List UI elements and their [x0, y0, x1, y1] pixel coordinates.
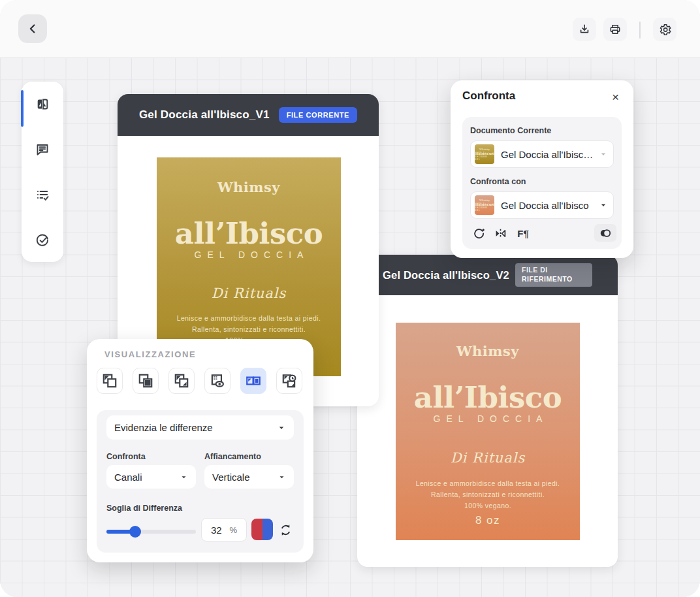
document-v2-header: Gel Doccia all'Ibisco_V2 FILE DI RIFERIM…: [357, 255, 618, 295]
compare-with-label: Confronta con: [470, 177, 526, 186]
download-button[interactable]: [573, 18, 596, 41]
layout-mode-value: Verticale: [212, 472, 250, 483]
label-signature: Di Rituals: [157, 285, 341, 301]
threshold-label: Soglia di Differenza: [106, 504, 182, 513]
label-category: GEL DOCCIA: [157, 250, 341, 260]
chevron-down-icon: [599, 201, 608, 210]
highlight-mode-dropdown[interactable]: Evidenzia le differenze: [106, 415, 294, 440]
view-mode-pixel-diff[interactable]: [204, 368, 231, 394]
compare-with-value: Gel Doccia all'Ibisco: [501, 200, 594, 211]
diff-color-blue: [262, 519, 274, 540]
label-category: GEL DOCCIA: [396, 413, 580, 424]
document-card-v2: Gel Doccia all'Ibisco_V2 FILE DI RIFERIM…: [357, 255, 618, 567]
threshold-unit: %: [229, 525, 237, 535]
overlay-circles-icon: [598, 226, 612, 240]
diff-color-swatch[interactable]: [251, 519, 273, 540]
compare-with-dropdown[interactable]: Whimsy Hibiscus SHOWER GEL Gel Doccia al…: [470, 191, 614, 219]
refresh-icon: [278, 523, 293, 538]
sidebar-item-comments[interactable]: [35, 142, 50, 157]
threshold-value-box[interactable]: 32 %: [201, 518, 247, 541]
document-v1-header: Gel Doccia all'Ibisco_V1 FILE CORRENTE: [118, 94, 379, 136]
settings-button[interactable]: [653, 18, 676, 41]
chevron-left-icon: [25, 22, 40, 36]
pixel-eye-icon: [209, 372, 226, 389]
font-check-tool-button[interactable]: F¶: [515, 225, 531, 241]
compare-panel: Confronta × Documento Corrente Whimsy Hi…: [451, 80, 633, 258]
printer-icon: [609, 23, 622, 36]
compare-mode-dropdown[interactable]: Canali: [106, 465, 196, 489]
filled-square-icon: [137, 372, 154, 389]
history-compare-icon: [281, 372, 298, 389]
sidebar-item-checklist[interactable]: [35, 187, 50, 202]
compare-pages-icon: [35, 97, 50, 112]
chevron-down-icon: [599, 150, 608, 159]
check-circle-icon: [35, 233, 50, 248]
diff-squares-icon: [173, 372, 190, 389]
print-button[interactable]: [603, 18, 627, 41]
view-mode-overlay-b[interactable]: [133, 368, 159, 394]
compare-mode-label: Confronta: [106, 452, 146, 461]
label-product-name: all’Ibisco: [157, 216, 341, 251]
checklist-icon: [35, 187, 50, 202]
close-icon[interactable]: ×: [612, 91, 619, 103]
rotate-icon: [471, 226, 486, 241]
label-body-text: Lenisce e ammorbidisce dalla testa ai pi…: [396, 478, 580, 511]
flip-horizontal-icon: [493, 226, 508, 241]
threshold-value: 32: [211, 524, 222, 536]
layout-mode-dropdown[interactable]: Verticale: [204, 465, 294, 489]
overlay-toggle-button[interactable]: [594, 224, 616, 242]
active-tab-indicator: [21, 90, 24, 127]
label-product-name: all’Ibisco: [396, 380, 580, 415]
compare-panel-body: Documento Corrente Whimsy Hibiscus SHOWE…: [462, 117, 622, 249]
view-settings-panel: VISUALIZZAZIONE: [87, 339, 313, 562]
view-mode-overlay-c[interactable]: [168, 368, 195, 394]
current-file-badge: FILE CORRENTE: [279, 107, 357, 123]
label-brand: Whimsy: [396, 343, 580, 359]
toolbar-divider: [639, 22, 641, 39]
view-mode-history[interactable]: [276, 368, 302, 394]
view-panel-body: Evidenzia le differenze Confronta Affian…: [97, 410, 304, 553]
label-size: 8 oz: [396, 514, 580, 527]
refresh-button[interactable]: [278, 522, 293, 538]
current-doc-value: Gel Doccia all'Ibisc…: [501, 149, 594, 160]
current-doc-label: Documento Corrente: [470, 126, 551, 135]
view-mode-overlay-a[interactable]: [97, 368, 123, 394]
label-signature: Di Rituals: [396, 450, 580, 466]
gear-icon: [658, 23, 672, 37]
doc-thumbnail-peach: Whimsy Hibiscus SHOWER GEL: [475, 195, 494, 215]
chevron-down-icon: [180, 473, 188, 481]
side-by-side-icon: [245, 372, 262, 389]
layout-mode-label: Affiancamento: [204, 452, 261, 461]
label-brand: Whimsy: [157, 179, 341, 195]
doc-thumbnail-gold: Whimsy Hibiscus SHOWER GEL: [475, 144, 494, 164]
diff-color-red: [251, 519, 262, 540]
threshold-slider[interactable]: [106, 530, 196, 534]
flip-horizontal-tool-button[interactable]: [492, 225, 508, 241]
compare-panel-title: Confronta: [462, 89, 515, 103]
view-mode-side-by-side[interactable]: [240, 368, 266, 394]
threshold-slider-thumb[interactable]: [129, 526, 141, 538]
chevron-down-icon: [277, 423, 286, 432]
comment-icon: [35, 142, 50, 157]
sidebar-item-approve[interactable]: [35, 233, 50, 248]
top-toolbar: [0, 0, 700, 57]
current-doc-dropdown[interactable]: Whimsy Hibiscus SHOWER GEL Gel Doccia al…: [470, 140, 614, 168]
download-icon: [578, 23, 591, 36]
sidebar: [22, 82, 63, 262]
compare-mode-value: Canali: [114, 472, 142, 483]
font-paragraph-icon: F¶: [517, 228, 529, 239]
chevron-down-icon: [278, 473, 286, 481]
label-artwork-v2: Whimsy all’Ibisco GEL DOCCIA Di Rituals …: [396, 323, 580, 540]
document-v2-title: Gel Doccia all'Ibisco_V2: [383, 269, 509, 282]
document-v1-title: Gel Doccia all'Ibisco_V1: [139, 108, 270, 121]
reference-file-badge: FILE DI RIFERIMENTO: [515, 263, 592, 286]
app-window: Gel Doccia all'Ibisco_V2 FILE DI RIFERIM…: [0, 0, 700, 597]
back-button[interactable]: [18, 14, 47, 43]
overlay-squares-icon: [101, 372, 118, 389]
rotate-tool-button[interactable]: [471, 225, 486, 241]
view-panel-title: VISUALIZZAZIONE: [104, 349, 196, 359]
sidebar-item-compare[interactable]: [35, 97, 50, 112]
highlight-mode-value: Evidenzia le differenze: [114, 422, 213, 433]
